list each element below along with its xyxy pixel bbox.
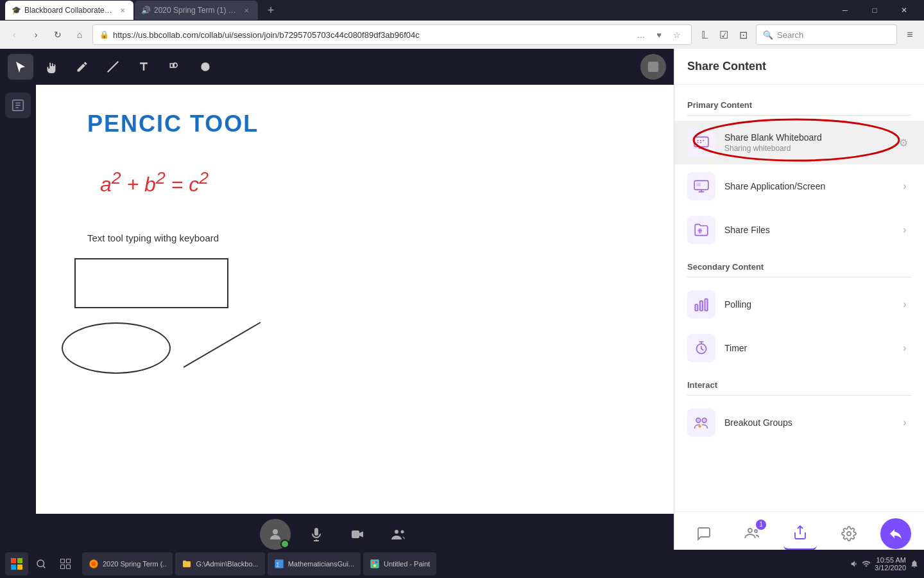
svg-rect-15 — [700, 301, 703, 311]
leave-session-button[interactable] — [880, 518, 911, 549]
refresh-button[interactable]: ↻ — [49, 26, 67, 44]
record-button[interactable] — [640, 54, 666, 80]
tab-label-2020: 2020 Spring Term (1) Discre... — [154, 6, 237, 15]
tab-2020[interactable]: 🔊 2020 Spring Term (1) Discre... ✕ — [135, 1, 258, 20]
tool-line[interactable] — [100, 54, 126, 80]
tool-pan[interactable] — [38, 54, 64, 80]
online-indicator — [280, 539, 289, 548]
whiteboard-settings-button[interactable]: ⚙ — [896, 135, 911, 150]
whiteboard-drawing-rect — [74, 258, 228, 308]
breakout-item[interactable]: Breakout Groups › — [674, 401, 924, 444]
svg-rect-30 — [61, 565, 65, 569]
reader-icon[interactable]: ♥ — [651, 27, 667, 42]
tab-close-2020[interactable]: ✕ — [241, 5, 252, 15]
taskbar-app-explorer[interactable]: G:\Admin\Blackbo... — [175, 552, 264, 575]
taskbar-app-paint[interactable]: Untitled - Paint — [363, 552, 436, 575]
share-files-title: Share Files — [724, 225, 898, 235]
tab-blackboard[interactable]: 🎓 Blackboard Collaborate Ultra - ✕ — [5, 1, 133, 20]
svg-rect-26 — [17, 565, 22, 570]
timer-arrow: › — [898, 342, 911, 355]
start-button[interactable] — [5, 552, 28, 575]
svg-line-0 — [108, 62, 119, 73]
polling-item[interactable]: Polling › — [674, 283, 924, 326]
svg-rect-29 — [67, 559, 71, 563]
whiteboard-icon — [687, 128, 715, 157]
search-box[interactable]: 🔍 Search — [756, 24, 897, 45]
svg-point-1 — [201, 62, 209, 71]
address-url: https://us.bbcollab.com/collab/ui/sessio… — [113, 30, 629, 40]
date-display: 3/12/2020 — [875, 564, 906, 572]
taskbar-app-explorer-label: G:\Admin\Blackbo... — [196, 560, 258, 568]
attendees-button[interactable]: 1 — [735, 517, 769, 550]
svg-rect-36 — [370, 559, 379, 568]
share-app-arrow: › — [898, 180, 911, 193]
forward-button[interactable]: › — [27, 26, 45, 44]
share-app-icon — [687, 172, 715, 200]
attendees-badge: 1 — [756, 520, 766, 530]
sync-icon[interactable]: ⊡ — [734, 26, 752, 44]
search-placeholder: Search — [777, 30, 803, 40]
ssl-lock-icon: 🔒 — [99, 30, 109, 39]
windows-taskbar: 2020 Spring Term (.. G:\Admin\Blackbo...… — [0, 550, 924, 578]
record-stop-icon — [648, 62, 658, 72]
svg-rect-23 — [11, 558, 16, 563]
new-tab-button[interactable]: + — [262, 1, 280, 19]
whiteboard-canvas[interactable]: PENCIC TOOL a2 + b2 = c2 Text tool typin… — [36, 85, 674, 514]
close-window-button[interactable]: ✕ — [889, 0, 919, 21]
home-button[interactable]: ⌂ — [71, 26, 89, 44]
taskbar-search-button[interactable] — [31, 554, 51, 574]
system-icons — [850, 559, 871, 568]
whiteboard-area: PENCIC TOOL a2 + b2 = c2 Text tool typin… — [0, 49, 674, 555]
share-app-item[interactable]: Share Application/Screen › — [674, 164, 924, 208]
timer-item[interactable]: Timer › — [674, 326, 924, 370]
back-button[interactable]: ‹ — [5, 26, 23, 44]
breakout-icon — [687, 408, 715, 437]
minimize-button[interactable]: ─ — [830, 0, 860, 21]
mute-audio-button[interactable] — [301, 519, 332, 550]
share-content-button[interactable] — [783, 517, 817, 550]
share-app-title: Share Application/Screen — [724, 181, 898, 191]
task-view-button[interactable] — [55, 554, 76, 574]
star-icon[interactable]: ☆ — [669, 27, 685, 42]
bookmarks-icon[interactable]: … — [633, 27, 649, 42]
taskbar-app-math[interactable]: ∑ MathematiciansGui... — [268, 552, 361, 575]
tool-eraser[interactable] — [193, 54, 218, 80]
svg-point-22 — [847, 532, 851, 536]
tab-close-bb[interactable]: ✕ — [118, 5, 127, 15]
share-files-arrow: › — [898, 223, 911, 236]
whiteboard-item-text: Share Blank Whiteboard Sharing whiteboar… — [724, 132, 896, 153]
chat-button[interactable] — [687, 517, 721, 550]
svg-rect-14 — [695, 304, 697, 311]
tool-select[interactable] — [8, 54, 33, 80]
taskbar-app-paint-label: Untitled - Paint — [384, 560, 430, 568]
pocket-icon[interactable]: ☑ — [715, 26, 733, 44]
svg-rect-31 — [67, 565, 71, 569]
svg-rect-25 — [11, 565, 16, 570]
notification-icon[interactable] — [910, 559, 919, 568]
share-app-text: Share Application/Screen — [724, 181, 898, 191]
toggle-video-button[interactable] — [342, 519, 373, 550]
breakout-text: Breakout Groups — [724, 417, 898, 428]
session-bottom-bar — [0, 514, 674, 555]
tool-pencil[interactable] — [69, 54, 95, 80]
svg-point-33 — [92, 562, 96, 566]
settings-button[interactable] — [832, 517, 866, 550]
library-icon[interactable]: 𝕃 — [696, 26, 714, 44]
taskbar-app-ff[interactable]: 2020 Spring Term (.. — [82, 552, 173, 575]
address-bar[interactable]: 🔒 https://us.bbcollab.com/collab/ui/sess… — [92, 24, 692, 45]
attendance-button[interactable] — [5, 92, 31, 118]
my-profile-button[interactable] — [260, 519, 291, 550]
menu-button[interactable]: ≡ — [901, 26, 919, 44]
svg-line-3 — [184, 322, 261, 367]
taskbar-system-tray: 10:55 AM 3/12/2020 — [850, 556, 919, 572]
tab-favicon-2020: 🔊 — [141, 6, 150, 15]
share-files-item[interactable]: Share Files › — [674, 208, 924, 252]
maximize-button[interactable]: □ — [860, 0, 889, 21]
svg-point-21 — [755, 530, 757, 532]
tool-shape[interactable] — [162, 54, 187, 80]
participants-button[interactable] — [383, 519, 414, 550]
share-whiteboard-item[interactable]: Share Blank Whiteboard Sharing whiteboar… — [674, 121, 924, 164]
tool-text[interactable] — [131, 54, 157, 80]
right-panel: Share Content Primary Content Share Blan… — [674, 49, 924, 555]
whiteboard-drawing-text: Text tool typing withg keyboard — [87, 232, 219, 243]
